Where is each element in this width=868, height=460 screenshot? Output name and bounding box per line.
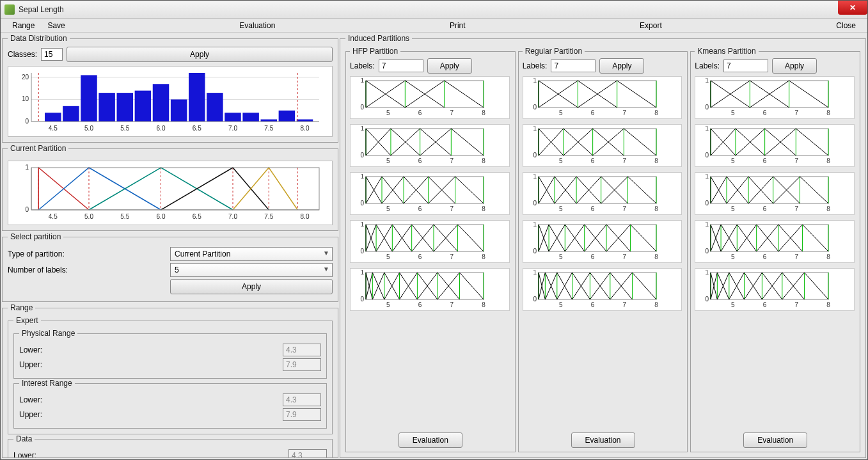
close-button[interactable]: ✕	[838, 1, 867, 15]
regular-group: Regular Partition Labels: Apply 10567810…	[518, 47, 688, 452]
dist-apply-button[interactable]: Apply	[67, 47, 333, 62]
int-lower-input[interactable]	[283, 393, 321, 406]
data-lower-input[interactable]	[288, 449, 327, 458]
regular-mini-chart: 105678	[523, 76, 683, 119]
svg-rect-7	[63, 106, 79, 122]
svg-text:0: 0	[533, 152, 537, 159]
hfp-apply-button[interactable]: Apply	[427, 58, 472, 74]
svg-text:5: 5	[386, 109, 390, 116]
kmeans-mini-chart: 105678	[695, 124, 855, 167]
menu-range[interactable]: Range	[6, 20, 41, 31]
svg-rect-18	[261, 120, 278, 122]
kmeans-labels-label: Labels:	[695, 61, 720, 70]
phys-upper-input[interactable]	[283, 358, 321, 371]
svg-text:8.0: 8.0	[301, 125, 310, 132]
num-labels-select[interactable]: 5	[170, 263, 333, 277]
data-range-legend: Data	[13, 434, 35, 443]
induced-partitions-legend: Induced Partitions	[345, 34, 412, 43]
phys-lower-input[interactable]	[283, 344, 321, 356]
svg-text:5.5: 5.5	[120, 213, 129, 220]
menu-print[interactable]: Print	[443, 20, 472, 31]
data-distribution-legend: Data Distribution	[8, 34, 70, 43]
svg-rect-8	[81, 75, 97, 122]
kmeans-apply-button[interactable]: Apply	[772, 58, 817, 74]
svg-text:1: 1	[533, 222, 537, 228]
svg-text:6.5: 6.5	[193, 213, 201, 220]
svg-text:5: 5	[731, 157, 735, 164]
svg-text:1: 1	[706, 174, 709, 180]
svg-text:7: 7	[450, 301, 454, 308]
svg-text:1: 1	[360, 126, 364, 132]
menu-evaluation[interactable]: Evaluation	[233, 20, 281, 31]
svg-text:5: 5	[559, 301, 563, 308]
regular-apply-button[interactable]: Apply	[599, 58, 644, 74]
svg-rect-15	[207, 93, 223, 122]
svg-rect-51	[31, 168, 319, 210]
svg-text:5: 5	[386, 157, 390, 164]
svg-text:0: 0	[706, 200, 709, 207]
svg-text:1: 1	[25, 164, 29, 171]
regular-mini-chart: 105678	[523, 268, 683, 311]
menu-close[interactable]: Close	[830, 20, 862, 31]
titlebar: Sepal Length ✕	[1, 1, 867, 19]
svg-text:8: 8	[482, 253, 485, 260]
kmeans-scroll[interactable]: 105678105678105678105678105678	[695, 76, 856, 430]
svg-text:0: 0	[25, 206, 29, 213]
svg-text:7: 7	[795, 301, 799, 308]
svg-text:8: 8	[827, 301, 831, 308]
svg-text:6: 6	[763, 301, 767, 308]
kmeans-mini-chart: 105678	[695, 268, 855, 311]
svg-text:7.0: 7.0	[228, 125, 237, 132]
svg-text:6.5: 6.5	[193, 125, 201, 132]
svg-rect-16	[225, 113, 241, 122]
svg-text:7: 7	[450, 157, 454, 164]
select-partition-apply-button[interactable]: Apply	[170, 279, 333, 294]
svg-text:20: 20	[22, 74, 29, 81]
svg-rect-12	[153, 84, 170, 122]
kmeans-mini-chart: 105678	[695, 172, 855, 215]
menu-save[interactable]: Save	[41, 20, 71, 31]
hfp-labels-input[interactable]	[379, 59, 423, 72]
regular-scroll[interactable]: 105678105678105678105678105678	[523, 76, 684, 430]
svg-text:6: 6	[763, 253, 767, 260]
svg-text:0: 0	[706, 104, 709, 111]
window-title: Sepal Length	[19, 5, 64, 14]
svg-text:7: 7	[622, 253, 626, 260]
svg-text:5: 5	[386, 253, 390, 260]
regular-labels-input[interactable]	[551, 59, 596, 72]
svg-text:5: 5	[559, 205, 563, 212]
svg-text:7: 7	[622, 157, 626, 164]
int-upper-label: Upper:	[19, 410, 283, 419]
hfp-scroll[interactable]: 105678105678105678105678105678	[350, 76, 511, 430]
svg-text:6.0: 6.0	[157, 125, 166, 132]
kmeans-evaluation-button[interactable]: Evaluation	[743, 432, 807, 448]
regular-evaluation-button[interactable]: Evaluation	[571, 432, 635, 448]
svg-text:7: 7	[450, 253, 454, 260]
hfp-evaluation-button[interactable]: Evaluation	[398, 432, 462, 448]
svg-text:1: 1	[360, 78, 364, 84]
svg-text:1: 1	[706, 78, 709, 84]
kmeans-group: Kmeans Partition Labels: Apply 105678105…	[690, 47, 860, 452]
partition-type-select[interactable]: Current Partition	[170, 247, 333, 261]
svg-text:0: 0	[706, 296, 709, 303]
classes-input[interactable]	[41, 48, 63, 61]
kmeans-labels-input[interactable]	[723, 59, 768, 72]
hfp-mini-chart: 105678	[350, 268, 510, 311]
int-upper-input[interactable]	[283, 408, 321, 421]
select-partition-legend: Select partition	[8, 232, 63, 241]
partition-type-label: Type of partition:	[8, 250, 170, 258]
svg-text:8: 8	[482, 205, 485, 212]
hfp-labels-label: Labels:	[350, 61, 375, 70]
svg-text:5: 5	[559, 157, 563, 164]
svg-rect-9	[99, 93, 115, 122]
svg-rect-88	[366, 225, 484, 251]
histogram-chart: 010204.55.05.56.06.57.07.58.0	[8, 66, 333, 137]
select-partition-group: Select partition Type of partition: Curr…	[2, 232, 338, 302]
physical-range-group: Physical Range Lower: Upper:	[13, 329, 327, 379]
svg-text:8: 8	[482, 157, 485, 164]
svg-text:6: 6	[763, 157, 767, 164]
svg-text:8: 8	[654, 205, 658, 212]
data-distribution-group: Data Distribution Classes: Apply 010204.…	[2, 34, 338, 143]
regular-mini-chart: 105678	[523, 124, 683, 167]
menu-export[interactable]: Export	[633, 20, 668, 31]
